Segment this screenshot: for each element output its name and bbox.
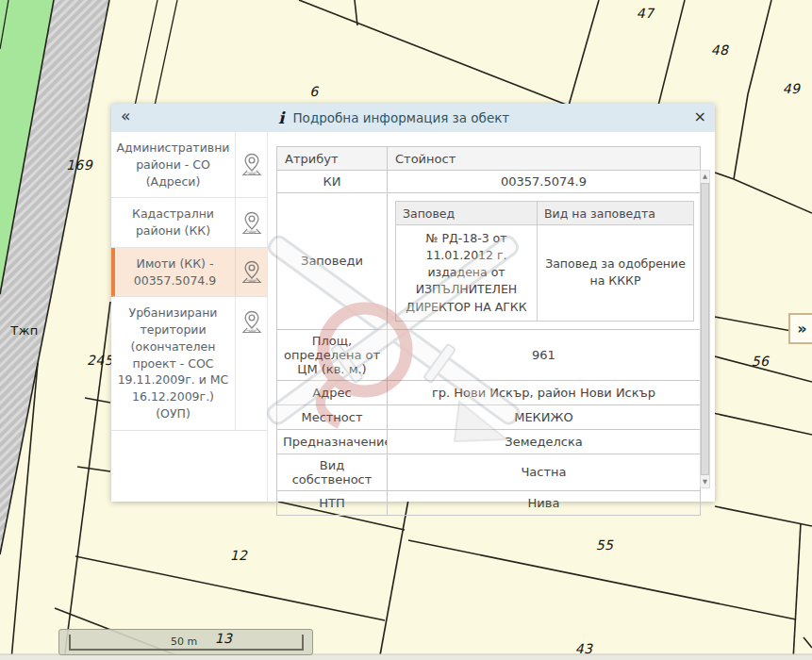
attr-label: Площ, определена от ЦМ (кв. м.) <box>277 329 388 380</box>
orders-column-header: Заповед <box>396 202 538 225</box>
railway-label: Тжп <box>10 323 38 338</box>
expand-panel-button[interactable]: » <box>788 313 812 344</box>
parcel-label: 43 <box>575 641 593 656</box>
collapse-panel-button[interactable]: « <box>121 107 130 125</box>
orders-table: Заповед Вид на заповедта № РД-18-3 от 11… <box>395 201 694 322</box>
orders-cell: Заповед Вид на заповедта № РД-18-3 от 11… <box>388 193 701 330</box>
table-row: Вид собственост Частна <box>277 454 701 490</box>
orders-row: № РД-18-3 от 11.01.2012 г. издадена от И… <box>396 225 694 322</box>
attr-label: Предназначение <box>277 429 388 454</box>
scroll-down-icon[interactable]: ▼ <box>701 476 709 487</box>
attr-value: Нива <box>388 490 701 515</box>
attribute-table-wrap: Атрибут Стойност КИ 00357.5074.9 Заповед… <box>276 146 701 516</box>
chevron-right-double-icon: » <box>797 320 806 338</box>
order-number: № РД-18-3 от 11.01.2012 г. издадена от И… <box>396 225 538 322</box>
parcel-label: 56 <box>752 354 770 369</box>
map-pin-icon <box>235 198 267 247</box>
scale-bar: 50 m <box>58 629 313 655</box>
sidebar-item-property-selected[interactable]: Имоти (КК) - 00357.5074.9 <box>111 248 267 298</box>
scale-bar-label: 50 m <box>171 635 197 648</box>
parcel-label: 48 <box>711 42 729 58</box>
table-row: Заповеди Заповед Вид на заповедта № РД-1… <box>277 193 701 330</box>
attr-value: 00357.5074.9 <box>388 171 701 193</box>
orders-header-row: Заповед Вид на заповедта <box>396 202 694 225</box>
map-pin-icon <box>235 132 267 197</box>
sidebar-item-label: Административни райони - СО (Адреси) <box>111 132 235 197</box>
table-row: КИ 00357.5074.9 <box>277 171 701 193</box>
attr-label: Заповеди <box>277 193 388 330</box>
sidebar-item-label: Имоти (КК) - 00357.5074.9 <box>115 248 235 297</box>
attr-label: КИ <box>277 171 388 193</box>
attr-label: Местност <box>277 404 388 429</box>
map-pin-icon <box>235 248 267 297</box>
attr-label: Адрес <box>277 380 388 404</box>
attr-label: НТП <box>277 490 388 515</box>
attribute-table: Атрибут Стойност КИ 00357.5074.9 Заповед… <box>276 146 701 516</box>
attr-value: Земеделска <box>388 429 701 454</box>
attr-label: Вид собственост <box>277 454 388 490</box>
parcel-label: 49 <box>783 81 801 96</box>
dialog-header: « i Подробна информация за обект × <box>111 104 715 132</box>
attr-value: Частна <box>388 454 701 490</box>
sidebar-item-urban-territories[interactable]: Урбанизирани територии (окончателен прое… <box>111 297 267 430</box>
sidebar-item-cadastral-regions[interactable]: Кадастрални райони (КК) <box>111 198 267 248</box>
attr-value: гр. Нови Искър, район Нови Искър <box>388 380 701 404</box>
parcel-label: 6 <box>309 84 318 99</box>
table-row: Предназначение Земеделска <box>277 429 701 454</box>
dialog-title: Подробна информация за обект <box>292 110 509 125</box>
scrollbar-thumb[interactable] <box>701 183 709 475</box>
table-header-row: Атрибут Стойност <box>277 147 701 171</box>
table-row: НТП Нива <box>277 490 701 515</box>
column-header-value: Стойност <box>388 147 701 171</box>
layer-sidebar: Административни райони - СО (Адреси) Кад… <box>111 132 268 502</box>
parcel-label: 47 <box>637 6 655 21</box>
dialog-title-group: i Подробна информация за обект <box>278 104 509 132</box>
table-row: Площ, определена от ЦМ (кв. м.) 961 <box>277 329 701 380</box>
orders-column-header: Вид на заповедта <box>538 202 694 225</box>
sidebar-item-label: Урбанизирани територии (окончателен прое… <box>111 297 235 429</box>
parcel-label: 169 <box>66 157 92 173</box>
table-row: Адрес гр. Нови Искър, район Нови Искър <box>277 380 701 404</box>
table-scrollbar[interactable]: ▲ ▼ <box>700 170 710 488</box>
map-pin-icon <box>235 297 267 429</box>
close-icon[interactable]: × <box>694 107 706 125</box>
attr-value: МЕКИЖО <box>388 404 701 429</box>
order-kind: Заповед за одобрение на КККР <box>538 225 694 322</box>
info-icon: i <box>278 108 284 127</box>
sidebar-item-label: Кадастрални райони (КК) <box>111 198 235 247</box>
parcel-label: 55 <box>596 537 614 553</box>
parcel-label: 245 <box>87 353 113 368</box>
parcel-label: 12 <box>230 548 248 563</box>
object-info-dialog: « i Подробна информация за обект × Админ… <box>111 104 715 502</box>
scroll-up-icon[interactable]: ▲ <box>701 171 709 182</box>
sidebar-item-admin-regions[interactable]: Административни райони - СО (Адреси) <box>111 132 267 198</box>
attr-value: 961 <box>388 329 701 380</box>
column-header-attribute: Атрибут <box>277 147 388 171</box>
parcel-label: 13 <box>215 631 233 646</box>
table-row: Местност МЕКИЖО <box>277 404 701 429</box>
app-viewport: 47 48 49 6 169 Тжп 245 56 12 55 13 43 50… <box>0 0 812 660</box>
